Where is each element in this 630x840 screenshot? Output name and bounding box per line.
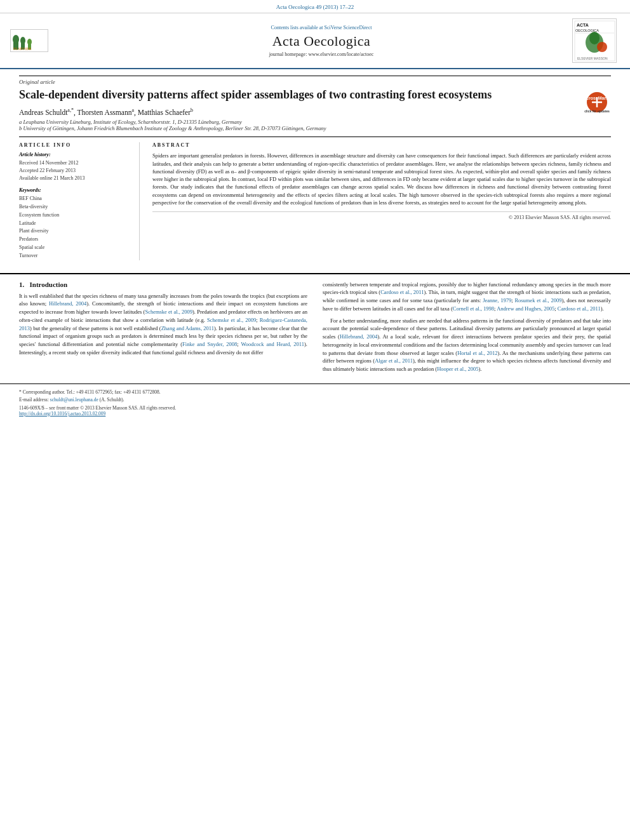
body-col-right: consistently between temperate and tropi… <box>323 281 611 377</box>
crossmark-badge[interactable]: CrossMark click for updates <box>583 90 611 116</box>
keyword-1: BEF China <box>19 195 131 203</box>
svg-text:click for updates: click for updates <box>584 109 610 113</box>
intro-body-text-right: consistently between temperate and tropi… <box>323 281 611 373</box>
abstract-col: ABSTRACT Spiders are important generalis… <box>152 142 611 260</box>
article-content: Original article Scale-dependent diversi… <box>0 69 630 273</box>
abstract-body: Spiders are important generalist predato… <box>152 152 611 206</box>
intro-para2: consistently between temperate and tropi… <box>323 281 611 313</box>
keyword-3: Ecosystem function <box>19 211 131 220</box>
body-col-left: 1. Introduction It is well established t… <box>19 281 307 377</box>
article-history: Article history: Received 14 November 20… <box>19 152 131 182</box>
keyword-2: Beta-diversity <box>19 203 131 211</box>
keyword-4: Latitude <box>19 220 131 228</box>
elsevier-logo-svg: ELSEVIER <box>12 30 47 51</box>
abstract-text: Spiders are important generalist predato… <box>152 152 611 206</box>
journal-header: ELSEVIER Contents lists available at Sci… <box>0 13 630 69</box>
history-label: Article history: <box>19 152 131 157</box>
intro-section-title: 1. Introduction <box>19 281 307 288</box>
ref-algar2011[interactable]: Algar et al., 2011 <box>375 357 413 364</box>
two-col-section: ARTICLE INFO Article history: Received 1… <box>19 137 611 260</box>
affiliations: a Leuphana University Lüneburg, Institut… <box>19 119 611 131</box>
author3-name: Matthias Schaefer <box>138 109 191 116</box>
doi-link[interactable]: http://dx.doi.org/10.1016/j.actao.2013.0… <box>19 411 105 417</box>
abstract-heading: ABSTRACT <box>152 142 611 148</box>
original-article-label: Original article <box>19 76 611 85</box>
received-date: Received 14 November 2012 <box>19 159 131 167</box>
elsevier-logo: ELSEVIER <box>10 29 48 52</box>
ref-woodcock2011[interactable]: Woodcock and Heard, 2011 <box>241 341 304 347</box>
acta-logo-svg: ACTA OECOLOGICA ELSEVIER MASSON <box>574 20 615 62</box>
svg-point-13 <box>597 42 607 52</box>
acta-logo-box: ACTA OECOLOGICA ELSEVIER MASSON <box>572 18 617 63</box>
ref-zhang-adams2011[interactable]: Zhang and Adams, 2011 <box>161 325 214 331</box>
intro-para3: For a better understanding, more studies… <box>323 317 611 373</box>
affiliation-a: a Leuphana University Lüneburg, Institut… <box>19 119 611 125</box>
footer-bottom: 1146-609X/$ – see front matter © 2013 El… <box>19 405 611 417</box>
ref-jeanne1979[interactable]: Jeanne, 1979 <box>483 297 511 303</box>
ref-andrew2005[interactable]: Andrew and Hughes, 2005 <box>497 305 554 312</box>
ref-cornell1998[interactable]: Cornell et al., 1998 <box>453 305 494 312</box>
page: Acta Oecologica 49 (2013) 17–22 ELSEVIER <box>0 0 630 840</box>
ref-schemske2009b[interactable]: Schemske et al., 2009 <box>207 317 256 323</box>
svg-text:ACTA: ACTA <box>577 23 589 27</box>
intro-para1: It is well established that the species … <box>19 292 307 357</box>
body-two-col: 1. Introduction It is well established t… <box>19 281 611 377</box>
article-info-heading: ARTICLE INFO <box>19 142 131 148</box>
ref-hillebrand2004b[interactable]: Hillebrand, 2004 <box>340 333 377 340</box>
ref-rosumek2009[interactable]: Rosumek et al., 2009 <box>514 297 561 303</box>
author1-sup: a,* <box>67 107 74 113</box>
article-title: Scale-dependent diversity patterns affec… <box>19 88 611 102</box>
svg-text:OECOLOGICA: OECOLOGICA <box>575 29 599 32</box>
journal-citation: Acta Oecologica 49 (2013) 17–22 <box>276 4 354 10</box>
accepted-date: Accepted 22 February 2013 <box>19 167 131 175</box>
available-date: Available online 21 March 2013 <box>19 175 131 182</box>
footnote-star: * Corresponding author. Tel.: +49 4131 6… <box>19 389 611 395</box>
journal-header-left: ELSEVIER <box>10 18 74 63</box>
svg-text:ELSEVIER: ELSEVIER <box>13 47 31 51</box>
copyright-line: © 2013 Elsevier Masson SAS. All rights r… <box>152 211 611 220</box>
svg-point-1 <box>13 35 19 44</box>
keyword-8: Turnover <box>19 252 131 260</box>
journal-homepage: journal homepage: www.elsevier.com/locat… <box>80 51 563 57</box>
keywords-label: Keywords: <box>19 187 131 193</box>
intro-body-text-left: It is well established that the species … <box>19 292 307 357</box>
author3-sup: b <box>191 107 193 113</box>
authors: Andreas Schuldta,*, Thorsten Assmanna, M… <box>19 107 611 116</box>
ref-hillebrand2004[interactable]: Hillebrand, 2004 <box>49 300 86 307</box>
journal-top-bar: Acta Oecologica 49 (2013) 17–22 <box>0 0 630 13</box>
sciverse-link-text: SciVerse ScienceDirect <box>325 25 372 30</box>
ref-cardoso2011b[interactable]: Cardoso et al., 2011 <box>558 305 601 312</box>
affiliation-b: b University of Göttingen, Johann Friedr… <box>19 125 611 131</box>
ref-finke2008[interactable]: Finke and Snyder, 2008 <box>182 341 237 347</box>
doi-link-container: http://dx.doi.org/10.1016/j.actao.2013.0… <box>19 411 176 417</box>
footer-area: * Corresponding author. Tel.: +49 4131 6… <box>0 383 630 419</box>
svg-point-12 <box>589 32 600 44</box>
svg-point-5 <box>27 39 32 45</box>
author2-sup: a <box>131 107 134 113</box>
journal-title: Acta Oecologica <box>80 33 563 50</box>
keyword-5: Plant diversity <box>19 227 131 236</box>
email-link[interactable]: schuldt@uni.leuphana.de <box>50 397 98 403</box>
issn-info: 1146-609X/$ – see front matter © 2013 El… <box>19 405 176 417</box>
issn-text: 1146-609X/$ – see front matter © 2013 El… <box>19 405 176 411</box>
sciverse-text: Contents lists available at <box>271 25 325 30</box>
svg-text:ELSEVIER MASSON: ELSEVIER MASSON <box>577 57 608 60</box>
keywords-section: Keywords: BEF China Beta-diversity Ecosy… <box>19 187 131 260</box>
elsevier-logo-box: ELSEVIER <box>10 29 48 52</box>
ref-hooper2005[interactable]: Hooper et al., 2005 <box>437 366 478 372</box>
body-content: 1. Introduction It is well established t… <box>0 273 630 383</box>
footnote-email: E-mail address: schuldt@uni.leuphana.de … <box>19 397 611 403</box>
svg-point-3 <box>20 37 25 44</box>
ref-cardoso2011a[interactable]: Cardoso et al., 2011 <box>380 289 424 295</box>
journal-header-right: ACTA OECOLOGICA ELSEVIER MASSON <box>569 18 620 63</box>
keyword-6: Predators <box>19 236 131 244</box>
journal-header-center: Contents lists available at SciVerse Sci… <box>80 18 563 63</box>
author1-name: Andreas Schuldt <box>19 109 67 116</box>
sciverse-link: Contents lists available at SciVerse Sci… <box>80 25 563 30</box>
article-info-col: ARTICLE INFO Article history: Received 1… <box>19 142 140 260</box>
keyword-7: Spatial scale <box>19 244 131 252</box>
author2-name: Thorsten Assmann <box>77 109 131 116</box>
ref-hortal2012[interactable]: Hortal et al., 2012 <box>457 350 497 356</box>
ref-schemske2009[interactable]: Schemske et al., 2009 <box>145 309 192 315</box>
